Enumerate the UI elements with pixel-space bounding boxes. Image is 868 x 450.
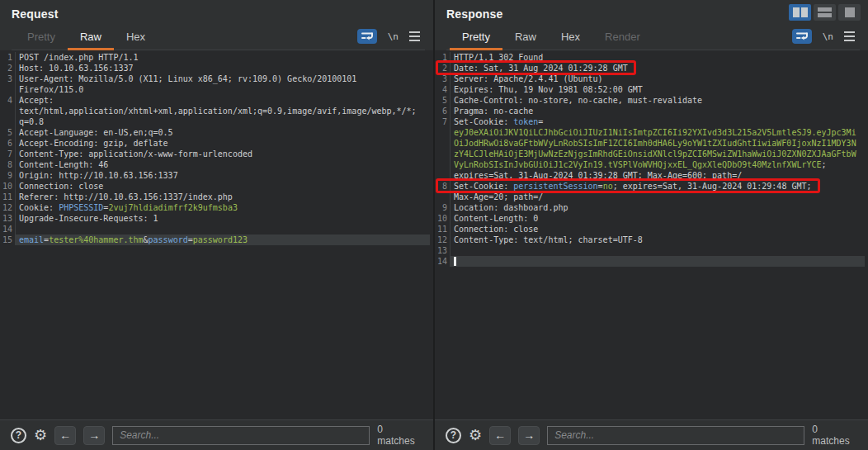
request-tabbar: PrettyRawHex \n xyxy=(12,26,425,50)
line-number: 6 xyxy=(435,106,451,116)
response-title: Response xyxy=(446,7,860,21)
line-number: 1 xyxy=(435,52,451,63)
line-number: 11 xyxy=(435,224,451,234)
code-line-7: 7Content-Type: application/x-www-form-ur… xyxy=(0,149,433,159)
line-number xyxy=(435,159,451,170)
response-tab-hex[interactable]: Hex xyxy=(549,26,592,50)
hamburger-menu-icon[interactable] xyxy=(409,31,420,41)
code-line-wrap: text/html,application/xhtml+xml,applicat… xyxy=(0,106,433,116)
line-number: 14 xyxy=(0,224,16,234)
request-search-input[interactable] xyxy=(112,426,370,445)
code-line-8: 8Content-Length: 46 xyxy=(0,159,433,170)
request-tab-hex[interactable]: Hex xyxy=(114,26,158,50)
line-number: 8 xyxy=(435,181,451,192)
code-line-wrap: Max-Age=20; path=/ xyxy=(435,192,868,202)
line-number xyxy=(435,127,451,138)
line-number: 10 xyxy=(0,181,16,192)
response-editor-toolbar: \n xyxy=(792,29,860,50)
code-line-9: 9Origin: http://10.10.63.156:1337 xyxy=(0,170,433,181)
line-number: 12 xyxy=(0,202,16,213)
word-wrap-glyph xyxy=(796,31,808,41)
code-line-4: 4Accept: xyxy=(0,95,433,106)
code-line-3: 3User-Agent: Mozilla/5.0 (X11; Linux x86… xyxy=(0,73,433,84)
word-wrap-glyph xyxy=(361,31,373,41)
line-number: 6 xyxy=(0,138,16,149)
line-number: 14 xyxy=(435,256,451,267)
code-line-1: 1POST /index.php HTTP/1.1 xyxy=(0,52,433,63)
request-editor[interactable]: 1POST /index.php HTTP/1.12Host: 10.10.63… xyxy=(0,50,433,419)
code-line-8: 8Set-Cookie: persistentSession=no; expir… xyxy=(435,181,868,192)
response-editor[interactable]: 1HTTP/1.1 302 Found2Date: Sat, 31 Aug 20… xyxy=(435,50,868,419)
code-line-11: 11Referer: http://10.10.63.156:1337/inde… xyxy=(0,192,433,202)
code-line-wrap: Firefox/115.0 xyxy=(0,84,433,95)
line-number xyxy=(435,170,451,181)
code-line-6: 6Pragma: no-cache xyxy=(435,106,868,116)
line-number: 11 xyxy=(0,192,16,202)
line-number: 4 xyxy=(435,84,451,95)
response-tab-raw[interactable]: Raw xyxy=(502,26,549,50)
line-number: 13 xyxy=(0,213,16,224)
code-line-13: 13 xyxy=(435,245,868,256)
search-next-button[interactable]: → xyxy=(518,426,540,445)
line-number: 15 xyxy=(0,234,16,245)
line-number xyxy=(435,192,451,202)
line-number: 2 xyxy=(0,63,16,73)
code-line-wrap: eyJ0eXAiOiJKV1QiLCJhbGciOiJIUzI1NiIsImtp… xyxy=(435,127,868,138)
code-line-15: 15email=tester%40hammer.thm&password=pas… xyxy=(0,234,433,245)
line-number: 8 xyxy=(0,159,16,170)
line-number: 9 xyxy=(0,170,16,181)
line-number: 12 xyxy=(435,234,451,245)
response-tab-render[interactable]: Render xyxy=(592,26,653,50)
code-line-2: 2Host: 10.10.63.156:1337 xyxy=(0,63,433,73)
help-icon[interactable]: ? xyxy=(11,428,26,443)
code-line-wrap: VyLnRobSIsInJvbGUiOiJ1c2VyIn19.tVSPlVoWV… xyxy=(435,159,868,170)
code-line-7: 7Set-Cookie: token= xyxy=(435,116,868,127)
search-previous-button[interactable]: ← xyxy=(489,426,511,445)
response-search-input[interactable] xyxy=(547,426,804,445)
code-line-1: 1HTTP/1.1 302 Found xyxy=(435,52,868,63)
line-number: 10 xyxy=(435,213,451,224)
code-line-5: 5Accept-Language: en-US,en;q=0.5 xyxy=(0,127,433,138)
line-number: 3 xyxy=(0,73,16,84)
code-line-12: 12Content-Type: text/html; charset=UTF-8 xyxy=(435,234,868,245)
newline-chars-icon[interactable]: \n xyxy=(823,31,833,42)
code-line-5: 5Cache-Control: no-store, no-cache, must… xyxy=(435,95,868,106)
response-match-count: 0 matches xyxy=(812,424,857,447)
code-line-6: 6Accept-Encoding: gzip, deflate xyxy=(0,138,433,149)
code-line-wrap: expires=Sat, 31-Aug-2024 01:39:28 GMT; M… xyxy=(435,170,868,181)
code-line-wrap: zY4LCJleHAiOjE3MjUwNzEzNjgsImRhdGEiOnsid… xyxy=(435,149,868,159)
code-line-4: 4Expires: Thu, 19 Nov 1981 08:52:00 GMT xyxy=(435,84,868,95)
line-number: 3 xyxy=(435,73,451,84)
request-tab-pretty[interactable]: Pretty xyxy=(15,26,68,50)
newline-chars-icon[interactable]: \n xyxy=(388,31,399,42)
response-tabbar: PrettyRawHexRender \n xyxy=(446,26,860,50)
code-line-10: 10Connection: close xyxy=(0,181,433,192)
request-response-split-view: Request PrettyRawHex \n xyxy=(0,0,868,450)
code-line-12: 12Cookie: PHPSESSID=2vuj7hldiadimfrf2k9u… xyxy=(0,202,433,213)
response-search-bar: ? ⚙ ← → 0 matches xyxy=(435,419,868,450)
line-number xyxy=(435,138,451,149)
code-line-2: 2Date: Sat, 31 Aug 2024 01:29:28 GMT xyxy=(435,63,868,73)
line-number: 13 xyxy=(435,245,451,256)
search-previous-button[interactable]: ← xyxy=(54,426,76,445)
code-line-wrap: q=0.8 xyxy=(0,116,433,127)
search-next-button[interactable]: → xyxy=(83,426,105,445)
help-icon[interactable]: ? xyxy=(446,428,461,443)
response-header: Response PrettyRawHexRender \n xyxy=(435,0,868,50)
gear-icon[interactable]: ⚙ xyxy=(469,428,482,443)
line-number: 5 xyxy=(435,95,451,106)
gear-icon[interactable]: ⚙ xyxy=(34,428,47,443)
request-tab-raw[interactable]: Raw xyxy=(68,26,114,50)
line-number: 1 xyxy=(0,52,16,63)
code-line-14: 14 xyxy=(0,224,433,234)
word-wrap-icon[interactable] xyxy=(792,29,812,44)
request-header: Request PrettyRawHex \n xyxy=(0,0,433,50)
word-wrap-icon[interactable] xyxy=(357,29,377,44)
request-search-bar: ? ⚙ ← → 0 matches xyxy=(0,419,433,450)
hamburger-menu-icon[interactable] xyxy=(844,31,855,41)
code-line-11: 11Connection: close xyxy=(435,224,868,234)
line-number xyxy=(0,116,16,127)
line-number: 5 xyxy=(0,127,16,138)
line-number xyxy=(0,106,16,116)
response-tab-pretty[interactable]: Pretty xyxy=(450,26,502,50)
